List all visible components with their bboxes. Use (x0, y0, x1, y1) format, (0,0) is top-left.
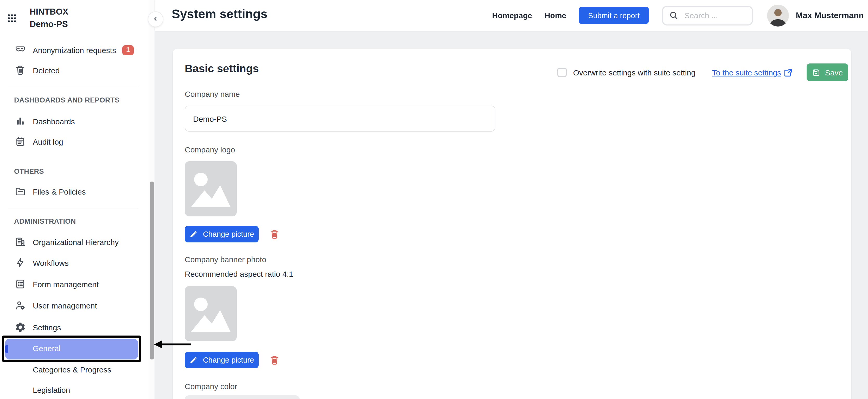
folder-icon (14, 186, 26, 197)
sidebar-item-label: Settings (33, 323, 61, 332)
form-icon (14, 278, 26, 290)
count-badge: 1 (122, 45, 134, 55)
company-banner-placeholder-image (185, 286, 237, 341)
bolt-icon (14, 257, 26, 268)
change-logo-button[interactable]: Change picture (185, 226, 259, 242)
company-name-input[interactable] (185, 106, 495, 132)
main-content: Basic settings Overwrite settings with s… (155, 31, 868, 399)
sidebar-item-label: Anonymization requests (33, 45, 116, 54)
sidebar-divider (8, 209, 138, 209)
avatar[interactable] (767, 4, 789, 26)
sidebar-item-label: Legislation (33, 385, 70, 394)
nav-link-home[interactable]: Home (545, 11, 566, 20)
delete-logo-trash-icon[interactable] (269, 229, 280, 239)
company-color-label: Company color (185, 382, 237, 391)
sidebar-item-label: Workflows (33, 258, 69, 267)
company-logo-label: Company logo (185, 145, 235, 154)
change-banner-button[interactable]: Change picture (185, 352, 259, 368)
mask-icon (14, 44, 26, 56)
bar-chart-icon (14, 115, 26, 127)
overwrite-checkbox-label: Overwrite settings with suite setting (573, 68, 695, 77)
sidebar-item-label: User management (33, 301, 97, 310)
search-box (662, 5, 753, 25)
overwrite-checkbox[interactable] (558, 68, 567, 77)
sidebar-item-files-policies[interactable]: Files & Policies (0, 184, 148, 199)
submit-report-button[interactable]: Submit a report (579, 7, 649, 24)
sidebar-item-label: Files & Policies (33, 187, 86, 196)
sidebar-divider (8, 86, 138, 86)
sidebar-item-general-selected[interactable]: General (5, 339, 138, 360)
delete-banner-trash-icon[interactable] (269, 355, 280, 365)
pencil-icon (189, 230, 198, 238)
app-window: HINTBOX Demo-PS Anonymization requests 1… (0, 0, 868, 399)
company-color-preview[interactable] (185, 395, 300, 399)
sidebar-item-label: Dashboards (33, 117, 75, 126)
company-banner-hint: Recommended aspect ratio 4:1 (185, 269, 293, 278)
sidebar-item-organizational-hierarchy[interactable]: Organizational Hierarchy (0, 234, 148, 250)
external-link-icon (781, 67, 793, 77)
company-logo-placeholder-image (185, 161, 237, 217)
settings-card: Basic settings Overwrite settings with s… (173, 49, 851, 399)
brand-subtitle: Demo-PS (30, 18, 68, 30)
save-icon (812, 68, 821, 77)
sidebar-item-label: Categories & Progress (33, 365, 111, 374)
sidebar-item-user-management[interactable]: User management (0, 298, 148, 313)
pencil-icon (189, 356, 198, 364)
suite-settings-link[interactable]: To the suite settings (712, 67, 793, 77)
selected-indicator (5, 345, 8, 353)
topbar: System settings Homepage Home Submit a r… (155, 0, 868, 31)
sidebar-item-label: Audit log (33, 137, 63, 146)
sidebar-item-categories-progress[interactable]: Categories & Progress (0, 362, 148, 377)
section-header-dashboards-and-reports: DASHBOARDS AND REPORTS (14, 96, 144, 104)
sidebar-item-label: General (33, 344, 61, 353)
sidebar-item-form-management[interactable]: Form management (0, 276, 148, 292)
save-button-label: Save (825, 68, 843, 77)
sidebar: HINTBOX Demo-PS Anonymization requests 1… (0, 0, 148, 399)
sidebar-item-workflows[interactable]: Workflows (0, 255, 148, 270)
search-icon (669, 10, 679, 20)
sidebar-scrollbar-track (148, 0, 155, 399)
brand-title: HINTBOX (30, 5, 68, 18)
chevron-left-icon (151, 15, 160, 24)
search-input[interactable] (684, 10, 745, 20)
sidebar-item-label: Organizational Hierarchy (33, 237, 119, 246)
sidebar-item-audit-log[interactable]: Audit log (0, 134, 148, 149)
change-logo-button-label: Change picture (203, 230, 254, 238)
gear-icon (14, 322, 26, 333)
suite-settings-link-label: To the suite settings (712, 68, 781, 77)
sidebar-item-legislation[interactable]: Legislation (0, 382, 148, 397)
nav-link-homepage[interactable]: Homepage (492, 11, 532, 20)
section-heading: Basic settings (185, 62, 259, 75)
save-button[interactable]: Save (807, 63, 848, 81)
sidebar-item-settings[interactable]: Settings (0, 320, 148, 335)
company-name-label: Company name (185, 90, 240, 98)
sidebar-item-anonymization-requests[interactable]: Anonymization requests 1 (0, 42, 148, 58)
change-banner-button-label: Change picture (203, 356, 254, 364)
user-name[interactable]: Max Mustermann (796, 11, 864, 20)
user-gear-icon (14, 300, 26, 311)
sidebar-collapse-button[interactable] (148, 11, 163, 27)
apps-grid-icon[interactable] (7, 13, 17, 26)
section-header-administration: ADMINISTRATION (14, 218, 144, 225)
trash-icon (14, 65, 26, 76)
brand: HINTBOX Demo-PS (30, 5, 68, 30)
section-header-others: OTHERS (14, 167, 144, 175)
sidebar-item-label: Form management (33, 279, 99, 289)
sidebar-scrollbar-thumb[interactable] (150, 181, 154, 360)
sidebar-item-label: Deleted (33, 66, 60, 75)
building-icon (14, 236, 26, 247)
sidebar-item-dashboards[interactable]: Dashboards (0, 113, 148, 129)
sidebar-item-deleted[interactable]: Deleted (0, 62, 148, 78)
audit-log-icon (14, 136, 26, 147)
company-banner-label: Company banner photo (185, 255, 267, 264)
page-title: System settings (172, 7, 268, 21)
